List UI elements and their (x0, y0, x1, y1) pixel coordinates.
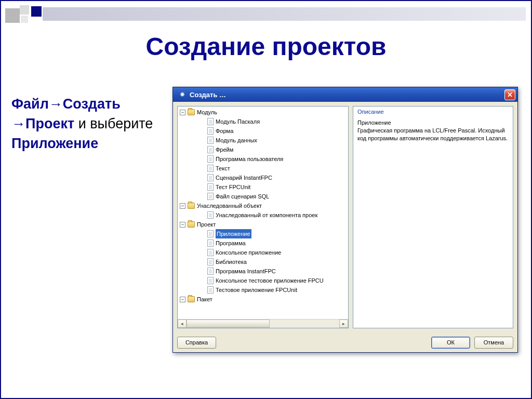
file-icon (207, 258, 214, 265)
file-icon (207, 127, 214, 135)
file-icon (207, 230, 214, 237)
tree-item[interactable]: Файл сценария SQL (180, 192, 348, 201)
tree-folder-label: Пакет (197, 295, 212, 304)
tree-folder-label: Модуль (197, 108, 217, 117)
tree-panel: −Модуль Модуль Паскаля Форма Модуль данн… (177, 106, 349, 328)
tree-item-label: Унаследованный от компонента проек (216, 210, 317, 220)
ok-button[interactable]: ОК (431, 337, 470, 349)
tree-connector (180, 248, 207, 257)
close-button[interactable]: ✕ (504, 89, 515, 100)
tree-item-label: Приложение (216, 229, 251, 238)
tree-connector (180, 192, 207, 201)
scroll-track[interactable] (270, 320, 339, 328)
file-icon (207, 249, 214, 256)
tree-item-label: Файл сценария SQL (216, 192, 269, 201)
tree-item[interactable]: Программа InstantFPC (180, 267, 348, 276)
tree-item-label: Текст (216, 164, 230, 173)
tree-connector (180, 267, 207, 276)
file-icon (207, 268, 214, 275)
folder-icon (188, 109, 195, 115)
tree-connector (180, 257, 207, 267)
instruction-target: Приложение (11, 136, 98, 151)
slide-title: Создание проектов (1, 32, 531, 61)
folder-icon (188, 296, 195, 302)
file-icon (207, 174, 214, 181)
tree-item-label: Тест FPCUnit (216, 182, 250, 192)
tree-item[interactable]: Унаследованный от компонента проек (180, 210, 348, 220)
decorative-stripe (43, 7, 526, 21)
tree-item-label: Консольное тестовое приложение FPCU (216, 276, 324, 285)
tree-folder[interactable]: −Пакет (180, 295, 348, 304)
tree-item-label: Модуль Паскаля (216, 117, 260, 126)
file-icon (207, 137, 214, 144)
horizontal-scrollbar[interactable]: ◂ ▸ (178, 319, 348, 328)
tree-folder[interactable]: −Модуль (180, 108, 348, 117)
tree-item-label: Модуль данных (216, 136, 257, 145)
tree-connector (180, 276, 207, 285)
tree-connector (180, 229, 207, 238)
collapse-icon[interactable]: − (180, 222, 185, 228)
tree-connector (180, 285, 207, 295)
description-heading: Описание (357, 109, 509, 115)
file-icon (207, 183, 214, 191)
tree-item[interactable]: Тест FPCUnit (180, 182, 348, 192)
create-dialog: ✷ Создать … ✕ −Модуль Модуль Паскаля Фор… (172, 87, 518, 353)
app-icon: ✷ (178, 90, 187, 99)
tree-item-label: Тестовое приложение FPCUnit (216, 285, 297, 295)
tree-connector (180, 136, 207, 145)
tree-item[interactable]: Модуль Паскаля (180, 117, 348, 126)
tree-item[interactable]: Консольное тестовое приложение FPCU (180, 276, 348, 285)
scroll-right-button[interactable]: ▸ (339, 320, 348, 328)
file-icon (207, 118, 214, 125)
tree-item[interactable]: Программа (180, 238, 348, 248)
dialog-title: Создать … (190, 91, 504, 99)
tree-item-label: Фрейм (216, 145, 233, 154)
titlebar[interactable]: ✷ Создать … ✕ (173, 87, 517, 102)
file-icon (207, 146, 214, 153)
cancel-button[interactable]: Отмена (474, 337, 513, 349)
tree-item[interactable]: Консольное приложение (180, 248, 348, 257)
tree-item[interactable]: Форма (180, 126, 348, 136)
tree-connector (180, 182, 207, 192)
tree-folder[interactable]: −Унаследованный объект (180, 201, 348, 210)
file-icon (207, 193, 214, 200)
tree-item[interactable]: Сценарий InstantFPC (180, 173, 348, 182)
tree-item[interactable]: Приложение (180, 229, 348, 238)
tree-item[interactable]: Модуль данных (180, 136, 348, 145)
tree-connector (180, 126, 207, 136)
tree-connector (180, 173, 207, 182)
slide-frame: Создание проектов Файл→Создать →Проект и… (0, 0, 532, 399)
tree-item[interactable]: Тестовое приложение FPCUnit (180, 285, 348, 295)
project-tree[interactable]: −Модуль Модуль Паскаля Форма Модуль данн… (178, 107, 348, 305)
tree-item[interactable]: Фрейм (180, 145, 348, 154)
tree-folder-label: Проект (197, 220, 216, 229)
description-title: Приложение (357, 119, 509, 127)
description-body: Графическая программа на LCL/Free Pascal… (357, 127, 509, 142)
menu-path-1: Файл→Создать (11, 96, 121, 112)
menu-path-2: →Проект (11, 116, 74, 131)
button-bar: Справка ОК Отмена (173, 332, 517, 352)
scroll-left-button[interactable]: ◂ (178, 320, 187, 328)
tree-item-label: Программа пользователя (216, 154, 283, 164)
tree-folder[interactable]: −Проект (180, 220, 348, 229)
collapse-icon[interactable]: − (180, 297, 185, 302)
tree-item[interactable]: Текст (180, 164, 348, 173)
tree-item-label: Библиотека (216, 257, 247, 267)
scroll-thumb[interactable] (187, 320, 270, 328)
tree-item-label: Форма (216, 126, 233, 136)
tree-item[interactable]: Программа пользователя (180, 154, 348, 164)
tree-item-label: Сценарий InstantFPC (216, 173, 272, 182)
file-icon (207, 165, 214, 172)
dialog-body: −Модуль Модуль Паскаля Форма Модуль данн… (173, 102, 517, 332)
tree-item[interactable]: Библиотека (180, 257, 348, 267)
folder-icon (188, 203, 195, 209)
file-icon (207, 155, 214, 163)
tree-connector (180, 154, 207, 164)
instruction-middle: и выберите (74, 116, 153, 131)
collapse-icon[interactable]: − (180, 110, 185, 115)
file-icon (207, 211, 214, 219)
help-button[interactable]: Справка (177, 337, 216, 349)
tree-item-label: Программа (216, 238, 246, 248)
tree-item-label: Консольное приложение (216, 248, 281, 257)
collapse-icon[interactable]: − (180, 203, 185, 209)
